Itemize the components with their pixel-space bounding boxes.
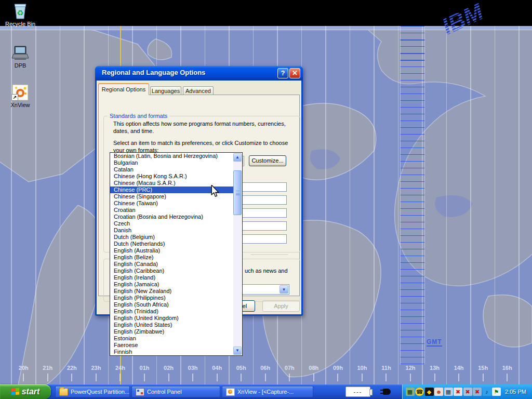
language-list-item[interactable]: Finnish xyxy=(110,349,234,355)
language-list-item[interactable]: English (New Zealand) xyxy=(110,288,234,295)
tab-advanced[interactable]: Advanced xyxy=(183,86,214,95)
task-icon xyxy=(59,388,68,396)
hour-tick xyxy=(507,374,508,381)
taskbar-clock[interactable]: 2:05 PM xyxy=(505,389,526,395)
hour-label: 01h xyxy=(132,365,157,381)
language-list-item[interactable]: English (South Africa) xyxy=(110,301,234,308)
hour-label: 07h xyxy=(277,365,302,381)
location-text-fragment: uch as news and xyxy=(245,268,297,275)
scroll-down-icon[interactable]: ▼ xyxy=(233,347,242,355)
hour-label: 13h xyxy=(422,365,447,381)
taskbar: start PowerQuest Partition... Control Pa… xyxy=(0,384,532,399)
close-button[interactable]: ✕ xyxy=(289,68,300,78)
language-list-item[interactable]: English (United Kingdom) xyxy=(110,315,234,322)
taskbar-task-button[interactable]: PowerQuest Partition... xyxy=(55,386,130,397)
language-list-item[interactable]: Czech xyxy=(110,220,234,227)
language-list-item[interactable]: Bulgarian xyxy=(110,159,234,166)
chevron-down-icon[interactable]: ▼ xyxy=(280,285,288,294)
help-button[interactable]: ? xyxy=(277,68,288,78)
hour-tick xyxy=(144,374,145,381)
desktop: GMT 20h 21h 22h 23h 24h 01h xyxy=(0,0,532,399)
language-list-item[interactable]: English (Australia) xyxy=(110,247,234,254)
tab-regional-options[interactable]: Regional Options xyxy=(98,83,149,95)
desktop-icon-xnview[interactable]: ↗ XnView xyxy=(2,84,38,108)
list-scrollbar[interactable]: ▲ ▼ xyxy=(233,153,242,355)
removable-device-icon[interactable]: ▦ xyxy=(406,388,415,396)
hour-label: 12h xyxy=(398,365,423,381)
hour-label: 02h xyxy=(156,365,181,381)
ibm-logo: IBM xyxy=(430,0,513,34)
language-list-item[interactable]: Croatian xyxy=(110,207,234,214)
hour-label: 03h xyxy=(181,365,205,381)
hour-tick xyxy=(337,374,338,381)
hour-label: 06h xyxy=(253,365,277,381)
hour-tick xyxy=(410,374,411,381)
svg-text:♻: ♻ xyxy=(17,8,23,17)
language-list-item[interactable]: Dutch (Netherlands) xyxy=(110,241,234,247)
ac-power-plug-icon xyxy=(383,389,391,395)
language-list-item[interactable]: English (Caribbean) xyxy=(110,268,234,274)
hour-tick xyxy=(483,374,484,381)
volume-icon[interactable]: ♪ xyxy=(483,388,491,396)
tab-languages[interactable]: Languages xyxy=(150,86,181,95)
desktop-icon-dpb[interactable]: DPB xyxy=(2,45,38,69)
hour-label: 21h xyxy=(36,365,60,381)
offline-monitor-icon[interactable]: ✖ xyxy=(463,388,472,396)
scroll-up-icon[interactable]: ▲ xyxy=(233,153,242,162)
language-list-item[interactable]: Bosnian (Latin, Bosnia and Herzegovina) xyxy=(110,153,234,159)
battery-indicator[interactable]: --- xyxy=(345,387,370,397)
language-list-item[interactable]: English (United States) xyxy=(110,322,234,328)
hour-tick xyxy=(289,374,290,381)
muted-network-icon[interactable]: ✖ xyxy=(473,388,482,396)
disconnected-drive-icon[interactable]: ✖ xyxy=(454,388,462,396)
desktop-icon-recycle-bin[interactable]: ♻ Recycle Bin xyxy=(2,3,38,27)
language-list-item[interactable]: Chinese (Taiwan) xyxy=(110,200,234,207)
taskbar-task-button[interactable]: XnView - [<Capture-... xyxy=(222,386,313,397)
capture-flag-icon[interactable]: ⚑ xyxy=(492,388,501,396)
language-list-item[interactable]: English (Trinidad) xyxy=(110,308,234,315)
hour-tick xyxy=(47,374,48,381)
language-list-item[interactable]: Estonian xyxy=(110,335,234,342)
language-list-item[interactable]: Catalan xyxy=(110,166,234,173)
language-dropdown-list[interactable]: Bosnian (Latin, Bosnia and Herzegovina)B… xyxy=(110,152,243,356)
gmt-meridian-band xyxy=(400,26,425,365)
apply-button: Apply xyxy=(262,300,300,312)
language-list-item[interactable]: Dutch (Belgium) xyxy=(110,234,234,241)
group-title: Standards and formats xyxy=(108,113,169,119)
hour-tick xyxy=(71,374,72,381)
recycle-bin-icon: ♻ xyxy=(11,3,29,20)
dialog-titlebar[interactable]: Regional and Language Options ? ✕ xyxy=(95,66,303,81)
taskbar-task-button[interactable]: Control Panel xyxy=(131,386,220,397)
customize-button[interactable]: Customize... xyxy=(249,155,286,166)
hour-tick xyxy=(434,374,435,381)
phone-utility-icon[interactable]: ☎ xyxy=(415,388,424,396)
language-list-item[interactable]: English (Philippines) xyxy=(110,295,234,301)
security-agent-icon[interactable]: ◆ xyxy=(425,388,434,396)
start-button[interactable]: start xyxy=(0,384,51,399)
hour-label: 05h xyxy=(229,365,254,381)
language-list-item[interactable]: Chinese (Hong Kong S.A.R.) xyxy=(110,173,234,180)
xnview-icon: ↗ xyxy=(11,84,29,101)
scrollbar-thumb[interactable] xyxy=(233,170,242,215)
language-list-item[interactable]: English (Jamaica) xyxy=(110,281,234,288)
hour-tick xyxy=(217,374,218,381)
network-computer-icon[interactable]: ▦ xyxy=(444,388,453,396)
hour-tick xyxy=(265,374,266,381)
language-list-item[interactable]: Danish xyxy=(110,227,234,234)
hour-label: 09h xyxy=(326,365,350,381)
hour-tick xyxy=(168,374,169,381)
hour-label: 24h xyxy=(108,365,132,381)
language-list-item[interactable]: English (Belize) xyxy=(110,254,234,261)
hour-tick xyxy=(241,374,242,381)
language-list-item[interactable]: English (Canada) xyxy=(110,261,234,268)
language-list-item[interactable]: Faeroese xyxy=(110,342,234,349)
hour-label: 16h xyxy=(495,365,520,381)
language-list-item[interactable]: Croatian (Bosnia and Herzegovina) xyxy=(110,214,234,220)
language-list-item[interactable]: English (Zimbabwe) xyxy=(110,328,234,335)
hour-tick xyxy=(192,374,193,381)
hour-label: 04h xyxy=(205,365,229,381)
language-list-item[interactable]: English (Ireland) xyxy=(110,274,234,281)
offline-users-icon[interactable]: ☻ xyxy=(434,388,443,396)
gmt-label: GMT xyxy=(427,338,442,347)
task-icon xyxy=(226,388,235,396)
